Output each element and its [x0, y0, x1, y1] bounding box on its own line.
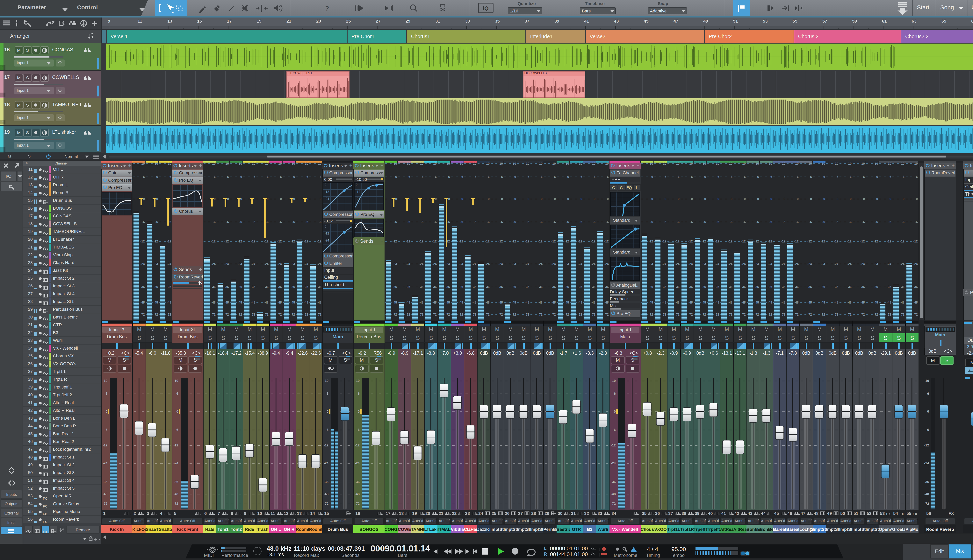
svg-text:6: 6	[678, 175, 680, 178]
svg-text:-12: -12	[874, 240, 878, 243]
svg-text:6: 6	[435, 175, 437, 178]
svg-text:-48: -48	[649, 301, 653, 304]
svg-text:0: 0	[435, 197, 437, 201]
svg-text:-24: -24	[728, 262, 732, 266]
svg-text:-72: -72	[715, 313, 719, 316]
svg-text:-12: -12	[277, 240, 282, 243]
svg-text:10: 10	[702, 163, 706, 165]
svg-text:10: 10	[252, 163, 255, 165]
svg-text:0: 0	[227, 197, 229, 201]
svg-text:-48: -48	[459, 301, 463, 304]
svg-text:6: 6	[837, 175, 838, 178]
svg-text:-6: -6	[664, 220, 666, 223]
svg-text:6: 6	[580, 175, 582, 178]
svg-text:-36: -36	[304, 285, 308, 288]
svg-text:0: 0	[876, 197, 878, 201]
svg-text:-12: -12	[662, 240, 666, 243]
svg-text:0: 0	[461, 197, 463, 201]
svg-text:-12: -12	[925, 443, 929, 447]
svg-text:6: 6	[169, 175, 171, 178]
svg-text:-6: -6	[105, 428, 107, 432]
svg-text:-72: -72	[498, 313, 503, 316]
svg-text:-48: -48	[925, 492, 929, 496]
svg-text:10: 10	[225, 163, 229, 165]
svg-text:-24: -24	[662, 262, 666, 266]
svg-text:-6: -6	[862, 220, 865, 223]
svg-text:-6: -6	[326, 428, 328, 432]
svg-text:-24: -24	[741, 262, 746, 266]
svg-text:0: 0	[448, 197, 450, 201]
svg-text:-72: -72	[565, 313, 569, 316]
svg-text:-48: -48	[324, 492, 328, 496]
svg-text:-72: -72	[538, 313, 543, 316]
svg-text:0: 0	[771, 197, 772, 201]
svg-text:-48: -48	[472, 301, 476, 304]
svg-text:6: 6	[567, 175, 569, 178]
svg-text:-48: -48	[611, 492, 616, 496]
svg-text:-48: -48	[173, 492, 178, 496]
svg-text:10: 10	[318, 163, 321, 165]
svg-text:-48: -48	[525, 301, 529, 304]
svg-text:10: 10	[305, 163, 308, 165]
svg-text:0: 0	[823, 197, 825, 201]
svg-text:0: 0	[678, 197, 680, 201]
svg-text:-6: -6	[513, 220, 516, 223]
svg-text:-48: -48	[578, 301, 582, 304]
svg-text:0: 0	[422, 197, 423, 201]
svg-text:-72: -72	[887, 313, 891, 316]
svg-text:10: 10	[473, 163, 476, 165]
svg-text:-36: -36	[264, 285, 269, 288]
svg-text:-72: -72	[834, 313, 838, 316]
svg-text:-24: -24	[355, 462, 359, 465]
svg-text:10: 10	[420, 163, 423, 165]
svg-text:-12: -12	[355, 443, 359, 447]
svg-text:-24: -24	[754, 262, 759, 266]
svg-text:-24: -24	[291, 262, 295, 266]
svg-text:-36: -36	[807, 285, 812, 288]
svg-text:6: 6	[876, 175, 878, 178]
svg-text:10: 10	[795, 163, 799, 165]
svg-text:-72: -72	[551, 313, 556, 316]
svg-text:6: 6	[358, 392, 359, 395]
svg-text:-12: -12	[406, 240, 410, 243]
svg-text:-24: -24	[525, 262, 529, 266]
svg-text:10: 10	[154, 163, 158, 165]
svg-text:-72: -72	[925, 502, 929, 505]
svg-text:-48: -48	[102, 492, 107, 496]
svg-text:-12: -12	[140, 240, 145, 243]
svg-text:-48: -48	[304, 301, 308, 304]
svg-text:-12: -12	[675, 240, 680, 243]
svg-text:-6: -6	[421, 220, 423, 223]
svg-text:-24: -24	[317, 262, 321, 266]
svg-text:-48: -48	[675, 301, 680, 304]
svg-text:-48: -48	[768, 301, 772, 304]
svg-text:-12: -12	[768, 240, 772, 243]
svg-text:-6: -6	[500, 220, 503, 223]
svg-text:-48: -48	[498, 301, 503, 304]
svg-text:-12: -12	[419, 240, 423, 243]
svg-text:-12: -12	[498, 240, 503, 243]
svg-text:10: 10	[325, 379, 328, 383]
svg-text:-48: -48	[565, 301, 569, 304]
svg-text:6: 6	[731, 175, 732, 178]
svg-text:6: 6	[422, 175, 423, 178]
svg-text:-72: -72	[237, 313, 242, 316]
svg-text:-12: -12	[754, 240, 759, 243]
svg-text:-24: -24	[406, 262, 410, 266]
svg-text:-12: -12	[525, 240, 529, 243]
svg-text:-48: -48	[432, 301, 437, 304]
svg-text:-24: -24	[860, 262, 865, 266]
svg-text:-72: -72	[317, 313, 321, 316]
svg-text:-36: -36	[173, 480, 178, 484]
svg-text:-36: -36	[432, 285, 437, 288]
svg-text:0: 0	[554, 197, 556, 201]
svg-text:-6: -6	[408, 220, 410, 223]
svg-text:6: 6	[327, 392, 328, 395]
svg-text:-24: -24	[874, 262, 878, 266]
svg-text:-36: -36	[821, 285, 825, 288]
svg-text:6: 6	[916, 175, 918, 178]
svg-text:-24: -24	[925, 462, 929, 465]
svg-text:6: 6	[177, 392, 178, 395]
svg-text:-12: -12	[173, 443, 178, 447]
svg-text:-24: -24	[604, 262, 609, 266]
